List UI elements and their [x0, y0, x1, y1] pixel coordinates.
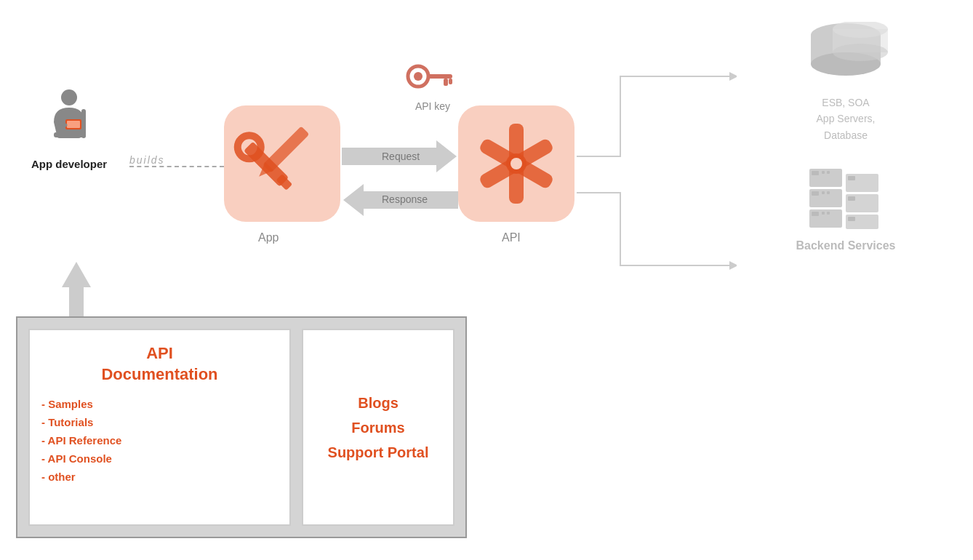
- svg-rect-42: [848, 176, 855, 180]
- doc-item-api-console: - API Console: [41, 452, 278, 465]
- svg-marker-22: [729, 261, 737, 270]
- app-icon-box: [224, 105, 340, 222]
- server-icon: [806, 165, 886, 233]
- svg-point-28: [833, 44, 888, 61]
- esb-label: ESB, SOA App Servers, Database: [762, 95, 929, 143]
- response-label: Response: [382, 193, 428, 205]
- svg-rect-46: [848, 217, 855, 221]
- doc-item-tutorials: - Tutorials: [41, 416, 278, 428]
- support-portal-label: Support Portal: [328, 444, 429, 460]
- svg-rect-14: [444, 79, 448, 86]
- doc-item-api-reference: - API Reference: [41, 434, 278, 447]
- app-developer-section: App developer: [22, 87, 116, 172]
- doc-items-list: - Samples - Tutorials - API Reference - …: [41, 398, 278, 483]
- svg-point-0: [61, 89, 77, 105]
- backend-services-area: ESB, SOA App Servers, Database: [762, 22, 929, 252]
- svg-rect-32: [827, 171, 830, 174]
- svg-rect-36: [827, 191, 830, 194]
- diagram: App developer builds App: [0, 0, 973, 560]
- api-icon-box: [458, 105, 574, 222]
- svg-rect-15: [449, 79, 452, 84]
- svg-rect-44: [848, 196, 855, 201]
- builds-line: [129, 166, 224, 167]
- svg-marker-21: [729, 72, 737, 81]
- svg-rect-35: [822, 191, 825, 194]
- request-label: Request: [382, 151, 420, 162]
- svg-rect-30: [812, 171, 819, 175]
- api-key-area: API key: [389, 58, 476, 112]
- svg-rect-39: [822, 212, 825, 215]
- svg-rect-38: [812, 212, 819, 216]
- blogs-label: Blogs: [358, 395, 399, 411]
- doc-title: APIDocumentation: [41, 343, 278, 385]
- api-label: API: [502, 231, 521, 244]
- svg-rect-5: [67, 121, 80, 128]
- svg-point-20: [510, 158, 522, 169]
- svg-rect-31: [822, 171, 825, 174]
- line-to-server: [577, 185, 737, 280]
- doc-item-other: - other: [41, 471, 278, 483]
- community-box: Blogs Forums Support Portal: [302, 329, 455, 526]
- svg-rect-40: [827, 212, 830, 215]
- builds-label: builds: [129, 154, 165, 166]
- bottom-container: APIDocumentation - Samples - Tutorials -…: [16, 316, 467, 538]
- app-developer-label: App developer: [22, 157, 116, 172]
- api-icon-svg: [458, 105, 574, 222]
- backend-services-label: Backend Services: [762, 239, 929, 252]
- community-title: Blogs Forums Support Portal: [328, 391, 429, 465]
- svg-rect-13: [427, 74, 452, 79]
- app-icon-svg: [224, 105, 340, 222]
- doc-item-samples: - Samples: [41, 398, 278, 410]
- svg-rect-9: [263, 126, 309, 172]
- database-icon: [802, 22, 889, 90]
- app-label: App: [258, 231, 279, 244]
- key-icon: [404, 58, 462, 95]
- svg-point-12: [414, 72, 423, 81]
- arrow-area: Request Response: [342, 135, 458, 236]
- line-to-db: [577, 62, 737, 164]
- api-doc-box: APIDocumentation - Samples - Tutorials -…: [28, 329, 291, 526]
- forums-label: Forums: [351, 420, 404, 436]
- person-icon: [44, 87, 95, 153]
- svg-rect-34: [812, 191, 819, 196]
- svg-rect-3: [54, 132, 86, 137]
